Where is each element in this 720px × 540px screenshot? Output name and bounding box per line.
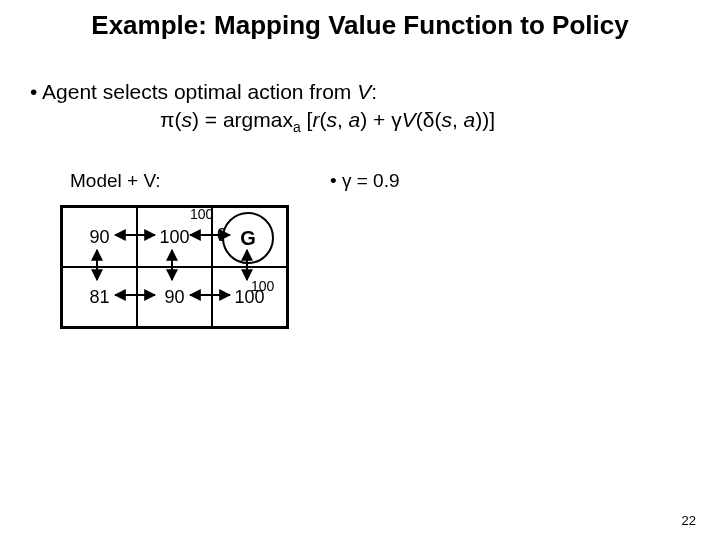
gamma-note: • γ = 0.9 [330, 170, 400, 192]
f-close3: )] [482, 108, 495, 131]
cell-1-0: 81 [62, 267, 137, 327]
model-plus-v-label: Model + V: [70, 170, 161, 192]
f-plus: + [367, 108, 391, 131]
f-s2: s [326, 108, 337, 131]
bullet-text: • Agent selects optimal action from [30, 80, 357, 103]
slide-title: Example: Mapping Value Function to Polic… [0, 10, 720, 41]
cell-1-2: 100 [212, 267, 287, 327]
f-comma: , [337, 108, 349, 131]
bullet-colon: : [371, 80, 377, 103]
gamma-note-sym: γ [342, 170, 352, 191]
reward-label-right-to-goal: 100 [190, 206, 213, 222]
f-close-eq: ) = argmax [192, 108, 293, 131]
goal-label: G [240, 227, 256, 250]
f-V: V [402, 108, 416, 131]
f-sub-a: a [293, 119, 301, 135]
f-s3: s [441, 108, 452, 131]
f-mid1: [ [301, 108, 313, 131]
f-a2: a [349, 108, 361, 131]
f-open3: ( [416, 108, 423, 131]
f-a3: a [464, 108, 476, 131]
f-open: ( [175, 108, 182, 131]
f-gamma: γ [391, 108, 402, 131]
f-pi: π [160, 108, 175, 131]
goal-state: G [222, 212, 274, 264]
policy-formula: π(s) = argmaxa [r(s, a) + γV(δ(s, a))] [160, 108, 495, 135]
bullet-V: V [357, 80, 371, 103]
value-grid: 90 100 81 90 100 0 G [60, 205, 289, 329]
cell-0-0: 90 [62, 207, 137, 267]
f-comma2: , [452, 108, 464, 131]
bullet-line: • Agent selects optimal action from V: [30, 80, 377, 104]
cell-1-1: 90 [137, 267, 212, 327]
f-delta: δ [423, 108, 435, 131]
f-s: s [182, 108, 193, 131]
gamma-note-suffix: = 0.9 [351, 170, 399, 191]
page-number: 22 [682, 513, 696, 528]
reward-label-up-to-goal: 100 [251, 278, 274, 294]
gamma-note-prefix: • [330, 170, 342, 191]
